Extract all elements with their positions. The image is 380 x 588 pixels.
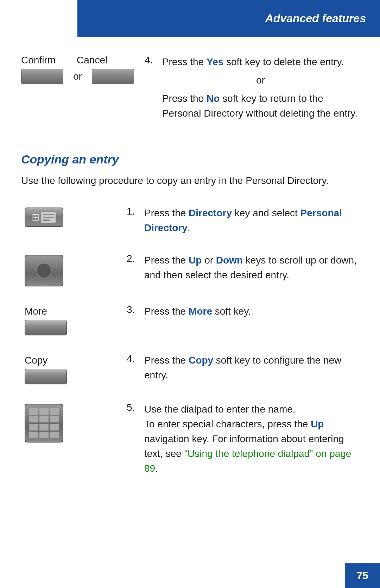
step-4-num: 4. — [145, 55, 162, 66]
step-4-no-before: Press the — [162, 93, 207, 104]
step-2-icon-area — [21, 253, 120, 286]
step-1-num: 1. — [127, 206, 144, 217]
step-3-num: 3. — [127, 304, 144, 315]
step-5-part1: Use the dialpad to enter the name.To ent… — [144, 404, 311, 429]
step-2-row: 2. Press the Up or Down keys to scroll u… — [21, 253, 359, 286]
step-3-content: 3. Press the More soft key. — [120, 304, 359, 319]
no-highlight: No — [207, 93, 220, 104]
step-4-text: Press the Yes soft key to delete the ent… — [162, 55, 359, 121]
step-1-desc: Press the Directory key and select Perso… — [144, 206, 359, 235]
cancel-label: Cancel — [77, 55, 107, 66]
step-4-copy-num: 4. — [127, 353, 144, 364]
copy-softkey-icon — [25, 369, 67, 384]
svg-rect-1 — [43, 214, 54, 215]
header-bar: Advanced features — [77, 0, 380, 37]
step-4-row: Copy 4. Press the Copy soft key to confi… — [21, 353, 359, 384]
dialpad-key-1 — [29, 408, 38, 415]
delete-instructions: 4. Press the Yes soft key to delete the … — [134, 55, 359, 131]
step-2-before: Press the — [144, 255, 189, 266]
step-3-before: Press the — [144, 306, 189, 317]
confirm-label: Confirm — [21, 55, 56, 66]
step-4-before: Press the — [162, 56, 207, 67]
step-2-inner: 2. Press the Up or Down keys to scroll u… — [127, 253, 359, 283]
step-5-inner: 5. Use the dialpad to enter the name.To … — [127, 402, 359, 476]
dialpad-key-2 — [39, 408, 49, 415]
section-intro: Use the following procedure to copy an e… — [21, 173, 359, 188]
up-nav-highlight: Up — [311, 419, 324, 429]
step-1-row: 1. Press the Directory key and select Pe… — [21, 206, 359, 235]
dialpad-icon — [25, 404, 63, 442]
down-highlight: Down — [216, 255, 243, 266]
step-2-num: 2. — [127, 253, 144, 264]
step-1-mid: key and select — [232, 208, 300, 218]
confirm-key-icon — [21, 69, 63, 84]
step-4-icon-area: Copy — [21, 353, 120, 384]
section-heading: Copying an entry — [21, 153, 359, 166]
dialpad-key-3 — [50, 408, 59, 415]
dialpad-key-6 — [50, 416, 59, 423]
directory-key-icon — [25, 208, 63, 227]
step-4-inner: 4. Press the Copy soft key to configure … — [127, 353, 359, 383]
step-4-after-yes: soft key to delete the entry. — [223, 56, 344, 67]
or-line: or — [162, 73, 359, 88]
step-5-content: 5. Use the dialpad to enter the name.To … — [120, 402, 359, 476]
copying-section: Copying an entry Use the following proce… — [21, 153, 359, 494]
step-1-inner: 1. Press the Directory key and select Pe… — [127, 206, 359, 235]
main-content: Confirm Cancel or 4. Press the Yes soft … — [0, 37, 380, 588]
up-highlight: Up — [189, 255, 202, 266]
step-1-icon-area — [21, 206, 120, 227]
page-title: Advanced features — [265, 12, 366, 25]
more-label: More — [25, 306, 47, 317]
step-3-desc: Press the More soft key. — [144, 304, 251, 319]
step-1-after: . — [188, 222, 190, 233]
step-5-num: 5. — [127, 402, 144, 413]
step-3-inner: 3. Press the More soft key. — [127, 304, 359, 319]
directory-highlight: Directory — [189, 208, 232, 218]
step-5-part3: . — [155, 463, 158, 474]
dialpad-key-8 — [39, 424, 49, 431]
page-number: 75 — [356, 570, 368, 582]
step-3-row: More 3. Press the More soft key. — [21, 304, 359, 335]
step-1-content: 1. Press the Directory key and select Pe… — [120, 206, 359, 235]
more-softkey-icon — [25, 320, 67, 335]
key-labels-area: Confirm Cancel or — [21, 55, 134, 84]
dialpad-key-hash — [50, 432, 59, 439]
dialpad-key-7 — [29, 424, 38, 431]
step-2-mid: or — [202, 255, 216, 266]
steps-list: 1. Press the Directory key and select Pe… — [21, 206, 359, 494]
step-4-content: 4. Press the Copy soft key to configure … — [120, 353, 359, 383]
step-1-before: Press the — [144, 208, 189, 218]
key-label-row: Confirm Cancel — [21, 55, 107, 66]
nav-key-icon — [25, 255, 63, 286]
dialpad-key-0 — [39, 432, 49, 439]
step-4-copy-before: Press the — [144, 355, 189, 366]
dialpad-key-5 — [39, 416, 49, 423]
yes-highlight: Yes — [207, 56, 223, 67]
or-label: or — [73, 71, 82, 82]
step-5-row: 5. Use the dialpad to enter the name.To … — [21, 402, 359, 476]
copy-highlight: Copy — [189, 355, 213, 366]
svg-rect-2 — [43, 217, 54, 218]
copy-label: Copy — [25, 355, 48, 366]
delete-section: Confirm Cancel or 4. Press the Yes soft … — [21, 55, 359, 131]
page-number-area: 75 — [345, 563, 380, 588]
nav-center — [36, 263, 52, 278]
step-3-after: soft key. — [212, 306, 251, 317]
cancel-key-icon — [92, 69, 134, 84]
dialpad-key-star — [29, 432, 38, 439]
step-4-copy-desc: Press the Copy soft key to configure the… — [144, 353, 359, 383]
step-2-content: 2. Press the Up or Down keys to scroll u… — [120, 253, 359, 283]
dialpad-key-9 — [50, 424, 59, 431]
step-2-desc: Press the Up or Down keys to scroll up o… — [144, 253, 359, 283]
key-button-row: or — [21, 69, 134, 84]
step-3-icon-area: More — [21, 304, 120, 335]
more-highlight: More — [189, 306, 212, 317]
dialpad-key-4 — [29, 416, 38, 423]
svg-rect-3 — [43, 219, 50, 221]
step-5-icon-area — [21, 402, 120, 442]
step-4-delete: 4. Press the Yes soft key to delete the … — [145, 55, 359, 121]
step-5-desc: Use the dialpad to enter the name.To ent… — [144, 402, 359, 476]
